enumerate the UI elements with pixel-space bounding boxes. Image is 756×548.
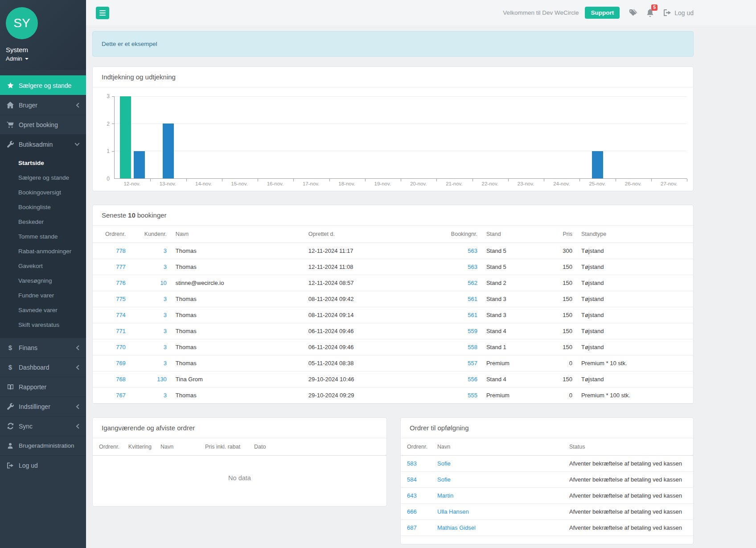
wrench-icon [6, 403, 14, 410]
sidebar-subitem-varesogning[interactable]: Varesøgning [0, 273, 86, 288]
sidebar-item-log-ud[interactable]: Log ud [0, 455, 86, 475]
cell-link[interactable]: 643 [407, 492, 417, 499]
table-cell: Sofie [433, 456, 565, 472]
cell-link[interactable]: 563 [468, 247, 477, 254]
sidebar-subitem-gavekort[interactable]: Gavekort [0, 259, 86, 273]
cell-link[interactable]: 562 [468, 280, 477, 286]
menu-toggle-button[interactable] [96, 7, 109, 19]
sidebar-item-bruger[interactable]: Bruger [0, 95, 86, 115]
cell-link[interactable]: 583 [407, 460, 417, 467]
topbar-logout[interactable]: Log ud [664, 9, 694, 16]
cell-link[interactable]: Sofie [437, 460, 451, 467]
chevron-left-icon [76, 103, 80, 108]
sidebar-item-indstillinger[interactable]: Indstillinger [0, 396, 86, 416]
cell-link[interactable]: 563 [468, 264, 477, 270]
cell-link[interactable]: 557 [468, 360, 477, 367]
sidebar-subitem-beskeder[interactable]: Beskeder [0, 214, 86, 229]
table-cell: 563 [447, 259, 482, 275]
sidebar-item-dashboard[interactable]: $Dashboard [0, 357, 86, 377]
sidebar-subitem-tomme-stande[interactable]: Tomme stande [0, 229, 86, 244]
bookings-panel: Seneste10bookinger Ordrenr.Kundenr.NavnO… [92, 205, 694, 404]
cell-link[interactable]: 10 [160, 280, 166, 286]
profile-role-dropdown[interactable]: Admin [6, 55, 80, 62]
cell-link[interactable]: 770 [116, 344, 126, 350]
cell-link[interactable]: 3 [164, 296, 167, 302]
table-row: 687Mathias GidselAfventer bekræftelse af… [401, 520, 693, 536]
table-header-row: Ordrenr.KvitteringNavnPris inkl. rabatDa… [93, 438, 386, 456]
cell-link[interactable]: 776 [116, 280, 126, 286]
table-cell: 130 [130, 371, 171, 387]
sidebar-subitem-bookingliste[interactable]: Bookingliste [0, 200, 86, 214]
cell-link[interactable]: 3 [164, 360, 167, 367]
sidebar-subitem-saelgere-og-stande[interactable]: Sælgere og stande [0, 170, 86, 185]
cell-link[interactable]: 771 [116, 328, 126, 334]
hamburger-icon [99, 10, 106, 16]
sidebar-subitem-startside[interactable]: Startside [0, 156, 86, 170]
cell-link[interactable]: 3 [164, 328, 167, 334]
cell-link[interactable]: 130 [157, 376, 167, 383]
cell-link[interactable]: 768 [116, 376, 126, 383]
pending-orders-table: Ordrenr.KvitteringNavnPris inkl. rabatDa… [93, 438, 386, 456]
cell-link[interactable]: 666 [407, 508, 417, 515]
sidebar-item-butiksadmin[interactable]: Butiksadmin [0, 134, 86, 154]
cell-link[interactable]: 775 [116, 296, 126, 302]
chevron-left-icon [76, 345, 80, 350]
column-header-stand: Stand [482, 226, 557, 243]
cell-link[interactable]: 3 [164, 392, 167, 399]
tags-icon[interactable] [629, 9, 637, 17]
sidebar-subitem-rabat-anmodninger[interactable]: Rabat-anmodninger [0, 244, 86, 259]
cell-link[interactable]: 558 [468, 344, 477, 350]
cell-link[interactable]: 769 [116, 360, 126, 367]
table-row: 7753Thomas08-11-2024 09:42561Stand 3150T… [93, 291, 693, 307]
sidebar-item-label: Log ud [19, 462, 38, 469]
support-button[interactable]: Support [585, 7, 620, 19]
table-cell: Premium * 100 stk. [577, 387, 693, 404]
table-cell: 150 [557, 339, 577, 355]
sidebar-item-opret-booking[interactable]: Opret booking [0, 115, 86, 134]
cell-link[interactable]: Mathias Gidsel [437, 524, 476, 531]
cell-link[interactable]: 777 [116, 264, 126, 270]
followup-orders-title: Ordrer til opfølgning [401, 418, 693, 438]
cell-link[interactable]: 774 [116, 312, 126, 318]
sidebar-group-indstillinger: Indstillinger [0, 396, 86, 416]
bookings-title-count: 10 [128, 211, 136, 219]
table-cell: Ulla Hansen [433, 504, 565, 520]
sidebar-group-dashboard: $Dashboard [0, 357, 86, 377]
cell-link[interactable]: 584 [407, 476, 417, 483]
cell-link[interactable]: Martin [437, 492, 453, 499]
table-cell: Premium [482, 387, 557, 404]
cell-link[interactable]: 767 [116, 392, 126, 399]
sidebar-subitem-savnede-varer[interactable]: Savnede varer [0, 303, 86, 317]
sidebar-subitem-bookingoversigt[interactable]: Bookingoversigt [0, 185, 86, 200]
cell-link[interactable]: 556 [468, 376, 477, 383]
cell-link[interactable]: Sofie [437, 476, 451, 483]
table-cell: 29-10-2024 09:29 [304, 387, 447, 404]
cell-link[interactable]: 3 [164, 344, 167, 350]
cell-link[interactable]: 555 [468, 392, 477, 399]
table-cell: Tøjstand [577, 323, 693, 339]
cell-link[interactable]: 561 [468, 312, 477, 318]
sidebar-item-sync[interactable]: Sync [0, 416, 86, 436]
sidebar-item-rapporter[interactable]: Rapporter [0, 377, 86, 396]
cell-link[interactable]: 3 [164, 247, 167, 254]
sidebar-item-label: Finans [19, 344, 37, 351]
cell-link[interactable]: 559 [468, 328, 477, 334]
sidebar-item-saelgere-og-stande[interactable]: Sælgere og stande [0, 75, 86, 95]
sidebar-item-label: Sælgere og stande [19, 82, 71, 89]
sidebar-item-brugeradministration[interactable]: Brugeradministration [0, 436, 86, 455]
cell-link[interactable]: 778 [116, 247, 126, 254]
cell-link[interactable]: 561 [468, 296, 477, 302]
cell-link[interactable]: 3 [164, 264, 167, 270]
cell-link[interactable]: 3 [164, 312, 167, 318]
sidebar-subitem-skift-varestatus[interactable]: Skift varestatus [0, 317, 86, 332]
cell-link[interactable]: 687 [407, 524, 417, 531]
sidebar-subitem-fundne-varer[interactable]: Fundne varer [0, 288, 86, 303]
sidebar-group-rapporter: Rapporter [0, 377, 86, 396]
column-header-standtype: Standtype [577, 226, 693, 243]
table-cell: 776 [93, 275, 130, 291]
cell-link[interactable]: Ulla Hansen [437, 508, 469, 515]
table-cell: Tøjstand [577, 275, 693, 291]
signout-icon [6, 462, 14, 469]
notifications-bell-icon[interactable]: 5 [646, 9, 654, 17]
sidebar-item-finans[interactable]: $Finans [0, 338, 86, 357]
